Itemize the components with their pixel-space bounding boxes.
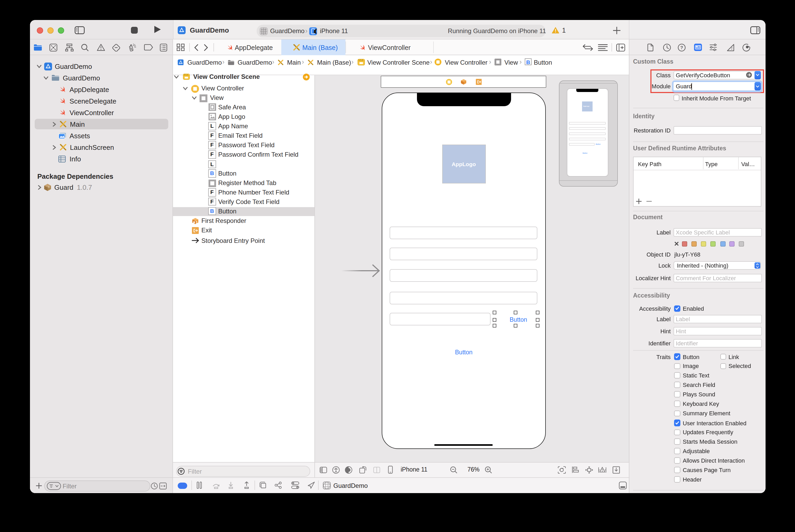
svg-text:?: ? [680, 45, 683, 50]
svg-text:1: 1 [196, 220, 198, 224]
